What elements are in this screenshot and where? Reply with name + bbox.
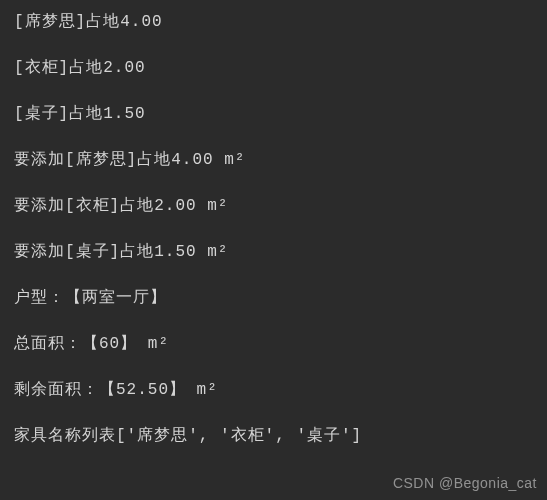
console-output-line: 要添加[衣柜]占地2.00 m² [14,194,533,218]
watermark-text: CSDN @Begonia_cat [393,473,537,494]
console-output-line: 户型：【两室一厅】 [14,286,533,310]
console-output-line: 总面积：【60】 m² [14,332,533,356]
console-output-line: 要添加[席梦思]占地4.00 m² [14,148,533,172]
console-output-line: 剩余面积：【52.50】 m² [14,378,533,402]
console-output-line: 要添加[桌子]占地1.50 m² [14,240,533,264]
console-output-line: 家具名称列表['席梦思', '衣柜', '桌子'] [14,424,533,448]
console-output-line: [席梦思]占地4.00 [14,10,533,34]
console-output-line: [桌子]占地1.50 [14,102,533,126]
console-output-line: [衣柜]占地2.00 [14,56,533,80]
